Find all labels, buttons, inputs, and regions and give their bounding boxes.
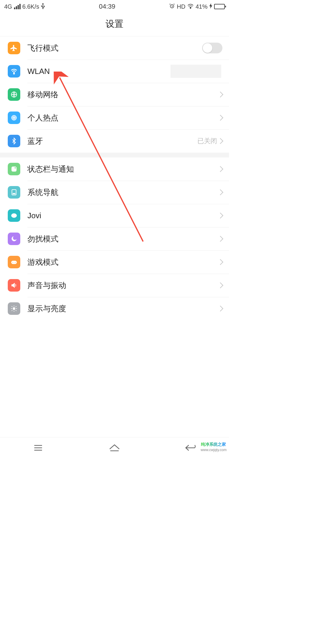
signal-icon xyxy=(14,4,21,9)
row-label: 个人热点 xyxy=(27,113,218,123)
hd-label: HD xyxy=(177,3,185,10)
charging-icon xyxy=(209,3,212,10)
chevron-right-icon xyxy=(217,213,223,219)
row-label: WLAN xyxy=(27,67,171,76)
row-label: 游戏模式 xyxy=(27,257,218,267)
status-bar: 4G 6.6K/s 04:39 HD 41% xyxy=(0,0,229,13)
svg-rect-8 xyxy=(13,193,15,194)
battery-percent: 41% xyxy=(196,3,208,10)
svg-point-1 xyxy=(190,7,191,8)
row-sound[interactable]: 声音与振动 xyxy=(0,274,229,297)
row-airplane-mode[interactable]: 飞行模式 xyxy=(0,36,229,60)
row-mobile-network[interactable]: 移动网络 xyxy=(0,83,229,106)
row-game-mode[interactable]: 游戏模式 xyxy=(0,250,229,274)
recent-apps-button[interactable] xyxy=(31,443,46,453)
settings-group-system: 状态栏与通知 系统导航 Jovi 勿扰模式 游戏模式 声音与振动 xyxy=(0,157,229,320)
chevron-right-icon xyxy=(217,236,223,242)
hotspot-icon xyxy=(8,112,20,124)
svg-rect-10 xyxy=(11,261,17,264)
group-divider xyxy=(0,153,229,157)
status-time: 04:39 xyxy=(99,3,115,10)
bluetooth-icon xyxy=(8,135,20,147)
svg-point-13 xyxy=(13,307,15,310)
settings-group-connectivity: 飞行模式 WLAN 移动网络 个人热点 蓝牙 已关闭 xyxy=(0,36,229,153)
globe-icon xyxy=(8,88,20,101)
moon-icon xyxy=(8,233,20,245)
row-jovi[interactable]: Jovi xyxy=(0,204,229,227)
row-label: 状态栏与通知 xyxy=(27,164,218,174)
battery-icon xyxy=(214,4,225,9)
svg-point-9 xyxy=(11,213,17,218)
chevron-right-icon xyxy=(217,115,223,121)
alarm-icon xyxy=(169,3,175,10)
svg-point-4 xyxy=(13,117,15,118)
row-label: 移动网络 xyxy=(27,89,218,100)
navigation-bar xyxy=(0,437,229,458)
row-label: 勿扰模式 xyxy=(27,234,218,244)
nav-icon xyxy=(8,186,20,199)
row-label: 显示与亮度 xyxy=(27,304,218,314)
notify-icon xyxy=(8,163,20,175)
row-display[interactable]: 显示与亮度 xyxy=(0,297,229,320)
network-speed: 6.6K/s xyxy=(22,3,39,10)
svg-point-11 xyxy=(13,262,13,263)
watermark-logo: 纯净系统之家 xyxy=(201,442,226,447)
row-hotspot[interactable]: 个人热点 xyxy=(0,106,229,129)
bluetooth-value: 已关闭 xyxy=(197,137,217,145)
svg-point-2 xyxy=(14,73,15,74)
airplane-toggle[interactable] xyxy=(202,43,222,53)
status-left: 4G 6.6K/s xyxy=(4,3,45,10)
row-label: 蓝牙 xyxy=(27,136,197,146)
row-label: Jovi xyxy=(27,211,218,220)
chevron-right-icon xyxy=(217,259,223,265)
jovi-icon xyxy=(8,209,20,222)
sound-icon xyxy=(8,279,20,292)
watermark-url: www.cwjqty.com xyxy=(201,448,227,452)
chevron-right-icon xyxy=(217,189,223,195)
row-system-navigation[interactable]: 系统导航 xyxy=(0,181,229,204)
airplane-icon xyxy=(8,42,20,54)
network-type: 4G xyxy=(4,3,12,10)
game-icon xyxy=(8,256,20,268)
usb-icon xyxy=(41,3,45,10)
row-label: 飞行模式 xyxy=(27,43,202,53)
row-status-notification[interactable]: 状态栏与通知 xyxy=(0,157,229,181)
wifi-icon xyxy=(8,65,20,78)
watermark: 纯净系统之家 www.cwjqty.com xyxy=(201,442,227,452)
row-label: 系统导航 xyxy=(27,187,218,198)
wlan-value-placeholder xyxy=(171,65,221,78)
row-dnd[interactable]: 勿扰模式 xyxy=(0,227,229,250)
svg-point-6 xyxy=(15,167,16,169)
back-button[interactable] xyxy=(183,443,198,453)
row-bluetooth[interactable]: 蓝牙 已关闭 xyxy=(0,129,229,153)
page-title: 设置 xyxy=(0,13,229,36)
wifi-status-icon xyxy=(187,3,194,10)
chevron-right-icon xyxy=(217,92,223,97)
svg-point-12 xyxy=(15,262,16,263)
chevron-right-icon xyxy=(217,282,223,288)
row-label: 声音与振动 xyxy=(27,280,218,291)
row-wlan[interactable]: WLAN xyxy=(0,60,229,83)
chevron-right-icon xyxy=(217,166,223,172)
chevron-right-icon xyxy=(217,306,223,312)
status-right: HD 41% xyxy=(169,3,225,10)
home-button[interactable] xyxy=(107,443,122,453)
chevron-right-icon xyxy=(217,138,223,144)
brightness-icon xyxy=(8,302,20,315)
